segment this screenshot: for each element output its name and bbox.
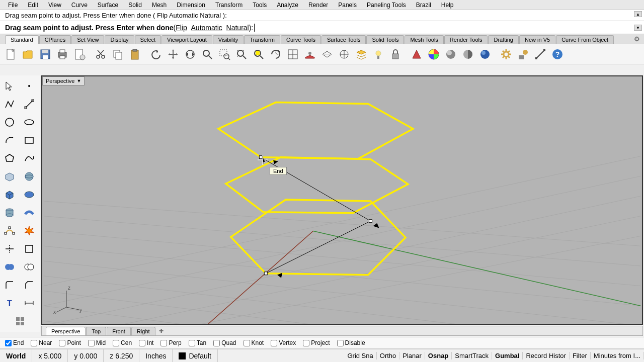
tab-render-tools[interactable]: Render Tools bbox=[444, 35, 488, 44]
ellipse-icon[interactable] bbox=[21, 114, 38, 131]
tab-display[interactable]: Display bbox=[105, 35, 134, 44]
chamfer-icon[interactable] bbox=[21, 277, 38, 294]
history-scroll-down[interactable]: ▼ bbox=[634, 25, 642, 31]
menu-panels[interactable]: Panels bbox=[333, 2, 362, 9]
osnap-vertex[interactable]: Vertex bbox=[271, 339, 296, 346]
rotate-view-icon[interactable] bbox=[182, 46, 198, 62]
cmd-opt-automatic[interactable]: Automatic bbox=[191, 24, 222, 32]
tab-drafting[interactable]: Drafting bbox=[488, 35, 519, 44]
explode-icon[interactable] bbox=[21, 222, 38, 239]
vp-tab-front[interactable]: Front bbox=[107, 327, 131, 335]
osnap-disable[interactable]: Disable bbox=[337, 339, 365, 346]
zoom-selected-icon[interactable] bbox=[251, 46, 267, 62]
arc-icon[interactable] bbox=[1, 132, 18, 149]
osnap-end[interactable]: End bbox=[5, 339, 24, 346]
paste-icon[interactable] bbox=[127, 46, 143, 62]
tab-curve-from-object[interactable]: Curve From Object bbox=[556, 35, 614, 44]
open-file-icon[interactable] bbox=[20, 46, 36, 62]
osnap-point[interactable]: Point bbox=[59, 339, 80, 346]
polygon-icon[interactable] bbox=[1, 150, 18, 167]
toggle-record-history[interactable]: Record Histor bbox=[523, 352, 569, 359]
copy-icon[interactable] bbox=[110, 46, 126, 62]
pan-icon[interactable] bbox=[165, 46, 181, 62]
point-icon[interactable] bbox=[21, 77, 38, 95]
tabstrip-gear-icon[interactable]: ⚙ bbox=[634, 35, 640, 43]
menu-dimension[interactable]: Dimension bbox=[172, 2, 210, 9]
osnap-mid[interactable]: Mid bbox=[88, 339, 106, 346]
toggle-smarttrack[interactable]: SmartTrack bbox=[452, 352, 492, 359]
menu-surface[interactable]: Surface bbox=[93, 2, 123, 9]
shade-ghosted-icon[interactable] bbox=[460, 46, 476, 62]
toggle-grid-snap[interactable]: Grid Sna bbox=[344, 352, 376, 359]
options-icon[interactable] bbox=[498, 46, 514, 62]
viewport-title[interactable]: Perspective ▼ bbox=[42, 76, 85, 85]
menu-curve[interactable]: Curve bbox=[66, 2, 93, 9]
new-file-icon[interactable] bbox=[3, 46, 19, 62]
edit-points-icon[interactable] bbox=[1, 222, 18, 239]
menu-render[interactable]: Render bbox=[303, 2, 333, 9]
history-scroll-up[interactable]: ▲ bbox=[634, 11, 642, 17]
menu-view[interactable]: View bbox=[43, 2, 66, 9]
menu-mesh[interactable]: Mesh bbox=[147, 2, 172, 9]
toggle-osnap[interactable]: Osnap bbox=[425, 352, 452, 359]
tab-select[interactable]: Select bbox=[135, 35, 162, 44]
undo-view-icon[interactable] bbox=[268, 46, 284, 62]
status-mode[interactable]: World bbox=[0, 349, 32, 362]
menu-tools[interactable]: Tools bbox=[248, 2, 272, 9]
vp-tab-top[interactable]: Top bbox=[86, 327, 106, 335]
tab-solid-tools[interactable]: Solid Tools bbox=[366, 35, 404, 44]
undo-icon[interactable] bbox=[148, 46, 164, 62]
print-icon[interactable] bbox=[54, 46, 70, 62]
viewport[interactable]: Perspective ▼ bbox=[41, 75, 643, 325]
line-icon[interactable] bbox=[21, 96, 38, 113]
document-properties-icon[interactable] bbox=[71, 46, 88, 62]
status-layer[interactable]: Default bbox=[173, 349, 217, 362]
named-cplane-icon[interactable] bbox=[336, 46, 352, 62]
tab-viewport-layout[interactable]: Viewport Layout bbox=[162, 35, 212, 44]
save-file-icon[interactable] bbox=[37, 46, 53, 62]
rendered-preview-icon[interactable] bbox=[477, 46, 493, 62]
menu-edit[interactable]: Edit bbox=[23, 2, 43, 9]
toggle-filter[interactable]: Filter bbox=[570, 352, 591, 359]
cylinder-icon[interactable] bbox=[1, 204, 18, 221]
set-cplane-icon[interactable] bbox=[285, 46, 301, 62]
menu-analyze[interactable]: Analyze bbox=[272, 2, 303, 9]
menu-solid[interactable]: Solid bbox=[123, 2, 147, 9]
render-icon[interactable] bbox=[409, 46, 425, 62]
status-minutes[interactable]: Minutes from I... bbox=[591, 352, 644, 359]
tab-new-in-v5[interactable]: New in V5 bbox=[519, 35, 555, 44]
light-icon[interactable] bbox=[370, 46, 386, 62]
fillet-icon[interactable] bbox=[1, 277, 18, 294]
zoom-window-icon[interactable] bbox=[216, 46, 232, 62]
toggle-ortho[interactable]: Ortho bbox=[377, 352, 400, 359]
ellipsoid-icon[interactable] bbox=[21, 186, 38, 203]
trim-icon[interactable] bbox=[1, 240, 18, 257]
osnap-cen[interactable]: Cen bbox=[113, 339, 132, 346]
rectangle-icon[interactable] bbox=[21, 132, 38, 149]
help-icon[interactable]: ? bbox=[549, 46, 566, 62]
tab-standard[interactable]: Standard bbox=[5, 35, 39, 44]
curve-icon[interactable] bbox=[21, 150, 38, 167]
cmd-opt-natural[interactable]: Natural bbox=[226, 24, 249, 32]
shade-icon[interactable] bbox=[443, 46, 459, 62]
tab-cplanes[interactable]: CPlanes bbox=[39, 35, 71, 44]
properties-icon[interactable] bbox=[515, 46, 531, 62]
tab-mesh-tools[interactable]: Mesh Tools bbox=[405, 35, 443, 44]
tab-set-view[interactable]: Set View bbox=[71, 35, 104, 44]
menu-transform[interactable]: Transform bbox=[210, 2, 248, 9]
vp-tab-right[interactable]: Right bbox=[131, 327, 155, 335]
osnap-perp[interactable]: Perp bbox=[160, 339, 181, 346]
pointer-icon[interactable] bbox=[1, 77, 18, 95]
more-tools-icon[interactable] bbox=[1, 313, 39, 330]
menu-help[interactable]: Help bbox=[436, 2, 459, 9]
circle-icon[interactable] bbox=[1, 114, 18, 131]
layers-icon[interactable] bbox=[353, 46, 369, 62]
box-icon[interactable] bbox=[1, 186, 18, 203]
material-color-icon[interactable] bbox=[426, 46, 442, 62]
lock-icon[interactable] bbox=[387, 46, 404, 62]
pipe-icon[interactable] bbox=[21, 204, 38, 221]
menu-paneling-tools[interactable]: Paneling Tools bbox=[362, 2, 411, 9]
move-uvn-icon[interactable] bbox=[532, 46, 548, 62]
osnap-int[interactable]: Int bbox=[139, 339, 153, 346]
polyline-icon[interactable] bbox=[1, 96, 18, 113]
